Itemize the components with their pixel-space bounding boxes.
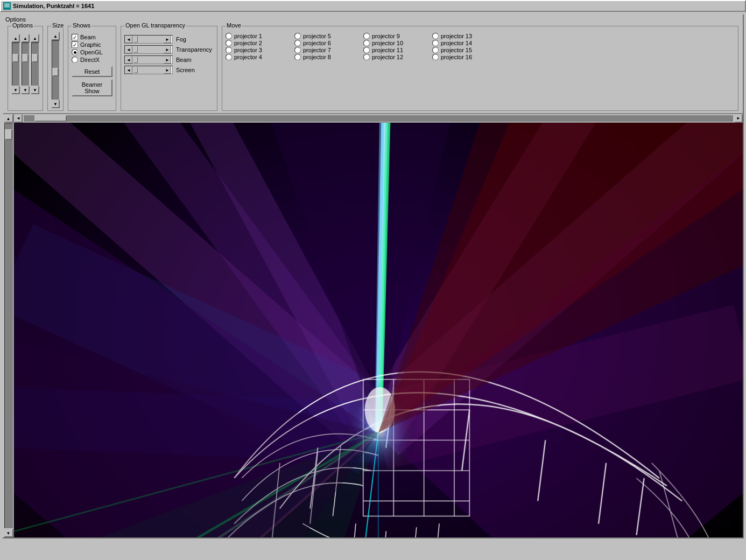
projector-7-radio[interactable] [294, 47, 301, 53]
left-sidebar: ▲ ▼ [3, 114, 14, 537]
fog-slider[interactable]: ◄ ► [124, 35, 173, 44]
slider-3-thumb[interactable] [32, 54, 38, 62]
beam-track[interactable] [132, 56, 164, 64]
slider-2-track[interactable] [22, 43, 29, 86]
shows-beam-checkbox[interactable]: ✓ [72, 34, 78, 40]
slider-1-up[interactable]: ▲ [11, 34, 20, 43]
projector-1-row: projector 1 [226, 33, 290, 39]
options-section: Options ▲ ▼ ▲ [8, 26, 43, 111]
svg-rect-1 [4, 3, 10, 8]
fog-left-arrow[interactable]: ◄ [125, 36, 132, 43]
projector-6-label: projector 6 [303, 40, 331, 46]
projector-12-row: projector 12 [363, 54, 428, 60]
projector-11-label: projector 11 [372, 47, 403, 53]
slider-2-thumb[interactable] [22, 54, 29, 62]
transparency-right-arrow[interactable]: ► [164, 46, 171, 53]
fog-row: ◄ ► Fog [124, 35, 214, 44]
projector-15-label: projector 15 [441, 47, 472, 53]
transparency-rows: ◄ ► Fog ◄ ► [124, 32, 214, 74]
title-bar: Simulation, Punktzahl = 1641 [0, 0, 746, 12]
beam-slider[interactable]: ◄ ► [124, 55, 173, 64]
projector-16-row: projector 16 [432, 54, 497, 60]
shows-opengl-radio[interactable] [72, 49, 78, 55]
transparency-left-arrow[interactable]: ◄ [125, 46, 132, 53]
projector-16-radio[interactable] [432, 54, 439, 60]
fog-right-arrow[interactable]: ► [164, 36, 171, 43]
transparency-thumb[interactable] [133, 46, 138, 53]
fog-track[interactable] [132, 36, 164, 43]
transparency-slider[interactable]: ◄ ► [124, 45, 173, 54]
transparency-track[interactable] [132, 46, 164, 53]
screen-left-arrow[interactable]: ◄ [125, 66, 132, 74]
projector-4-label: projector 4 [234, 54, 262, 60]
projector-10-label: projector 10 [372, 40, 403, 46]
projector-6-radio[interactable] [294, 40, 301, 46]
projector-2-label: projector 2 [234, 40, 262, 46]
beam-right-arrow[interactable]: ► [164, 56, 171, 64]
slider-3-track[interactable] [31, 43, 39, 86]
slider-2-up[interactable]: ▲ [21, 34, 30, 43]
shows-section: Shows ✓ Beam ✓ Graphic OpenGL [68, 26, 116, 111]
screen-right-arrow[interactable]: ► [164, 66, 171, 74]
projector-9-row: projector 9 [363, 33, 428, 39]
projector-14-radio[interactable] [432, 40, 439, 46]
left-sidebar-slider[interactable] [4, 123, 13, 528]
h-scroll-left[interactable]: ◄ [14, 114, 23, 123]
shows-directx-radio[interactable] [72, 57, 78, 63]
h-scroll-thumb[interactable] [34, 115, 67, 122]
shows-directx-label: DirectX [80, 57, 100, 63]
screen-row: ◄ ► Screen [124, 66, 214, 74]
left-sidebar-down[interactable]: ▼ [4, 529, 13, 537]
size-label: Size [51, 22, 65, 29]
fog-thumb[interactable] [133, 36, 138, 43]
transparency-row: ◄ ► Transparency [124, 45, 214, 54]
shows-directx-row: DirectX [72, 57, 112, 63]
projector-15-radio[interactable] [432, 47, 439, 53]
projector-9-radio[interactable] [363, 33, 370, 39]
projector-14-row: projector 14 [432, 40, 497, 46]
slider-2-down[interactable]: ▼ [21, 86, 30, 94]
projector-12-label: projector 12 [372, 54, 403, 60]
size-slider-thumb[interactable] [52, 68, 59, 76]
screen-slider[interactable]: ◄ ► [124, 66, 173, 74]
transparency-label: Transparency [176, 46, 212, 53]
projector-3-radio[interactable] [226, 47, 232, 53]
size-slider: ▲ ▼ [51, 32, 60, 108]
size-slider-track[interactable] [52, 40, 59, 100]
projector-8-label: projector 8 [303, 54, 331, 60]
projector-2-radio[interactable] [226, 40, 232, 46]
projector-12-radio[interactable] [363, 54, 370, 60]
projector-11-radio[interactable] [363, 47, 370, 53]
size-slider-down[interactable]: ▼ [51, 100, 60, 108]
screen-track[interactable] [132, 66, 164, 74]
left-sidebar-up[interactable]: ▲ [4, 114, 13, 123]
slider-1-thumb[interactable] [12, 54, 19, 62]
beamer-show-button[interactable]: Beamer Show [72, 79, 112, 96]
reset-button[interactable]: Reset [72, 66, 112, 77]
h-scroll-right[interactable]: ► [734, 114, 743, 123]
left-sidebar-thumb[interactable] [5, 129, 12, 140]
projector-8-radio[interactable] [294, 54, 301, 60]
projector-grid: projector 1 projector 5 projector 9 proj… [226, 33, 735, 60]
projector-10-radio[interactable] [363, 40, 370, 46]
controls-panel: Options ▲ ▼ ▲ [3, 24, 743, 114]
sliders-group: ▲ ▼ ▲ ▼ [11, 34, 39, 94]
beam-thumb[interactable] [133, 57, 138, 63]
projector-13-radio[interactable] [432, 33, 439, 39]
size-slider-up[interactable]: ▲ [51, 32, 60, 40]
slider-3-down[interactable]: ▼ [31, 86, 39, 94]
shows-graphic-row: ✓ Graphic [72, 41, 112, 48]
slider-1-track[interactable] [12, 43, 19, 86]
projector-1-radio[interactable] [226, 33, 232, 39]
slider-1-down[interactable]: ▼ [11, 86, 20, 94]
shows-graphic-checkbox[interactable]: ✓ [72, 41, 78, 48]
main-window: Options Options ▲ ▼ ▲ [2, 14, 744, 538]
h-scroll-track[interactable] [24, 115, 733, 122]
projector-5-radio[interactable] [294, 33, 301, 39]
slider-3-up[interactable]: ▲ [31, 34, 39, 43]
screen-thumb[interactable] [133, 67, 138, 73]
projector-4-radio[interactable] [226, 54, 232, 60]
beam-left-arrow[interactable]: ◄ [125, 56, 132, 64]
projector-1-label: projector 1 [234, 33, 262, 39]
shows-items: ✓ Beam ✓ Graphic OpenGL [72, 32, 112, 63]
